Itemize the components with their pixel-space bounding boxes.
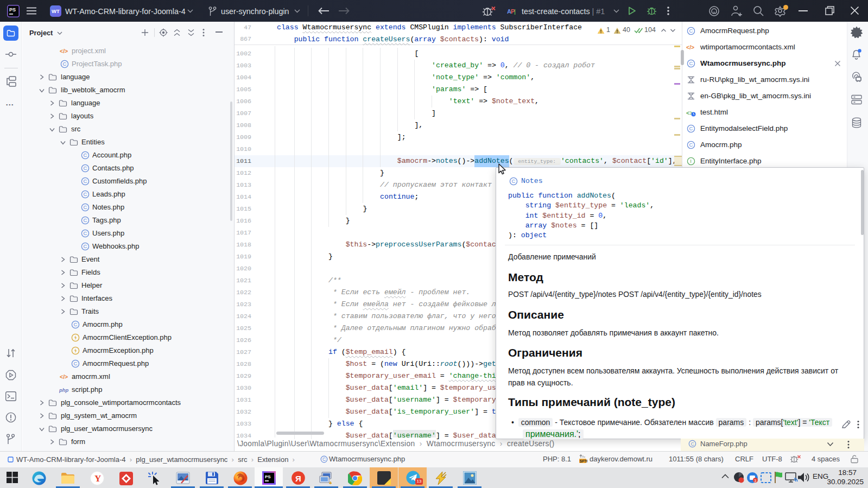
- svg-text:C: C: [84, 178, 87, 184]
- svg-text:php: php: [59, 387, 69, 393]
- svg-text:C: C: [84, 191, 87, 197]
- svg-text:Я: Я: [295, 474, 301, 483]
- svg-text:|: |: [514, 8, 516, 15]
- svg-text:C: C: [690, 441, 694, 447]
- svg-text:C: C: [84, 152, 87, 158]
- svg-text:C: C: [74, 360, 78, 366]
- svg-text:</>: </>: [686, 44, 694, 50]
- svg-text:PS: PS: [265, 474, 271, 479]
- svg-text:C: C: [63, 61, 67, 67]
- svg-text:C: C: [689, 28, 693, 34]
- svg-text:C: C: [322, 457, 326, 462]
- svg-text:C: C: [84, 243, 87, 249]
- svg-text:C: C: [512, 178, 516, 184]
- svg-text:</>: </>: [60, 48, 68, 54]
- svg-text:SFTP: SFTP: [580, 459, 587, 463]
- svg-text:C: C: [84, 230, 87, 236]
- svg-text:C: C: [689, 60, 693, 66]
- svg-text:C: C: [689, 142, 693, 148]
- svg-text:</>: </>: [60, 373, 68, 380]
- svg-text:C: C: [84, 204, 87, 210]
- svg-text:I: I: [690, 158, 692, 164]
- svg-text:Y: Y: [94, 473, 101, 484]
- svg-text:PS: PS: [9, 7, 16, 12]
- svg-text:C: C: [74, 321, 78, 327]
- svg-text:3: 3: [754, 479, 756, 483]
- svg-text:C: C: [689, 125, 693, 131]
- svg-text:C: C: [84, 165, 87, 171]
- svg-text:C: C: [84, 217, 87, 223]
